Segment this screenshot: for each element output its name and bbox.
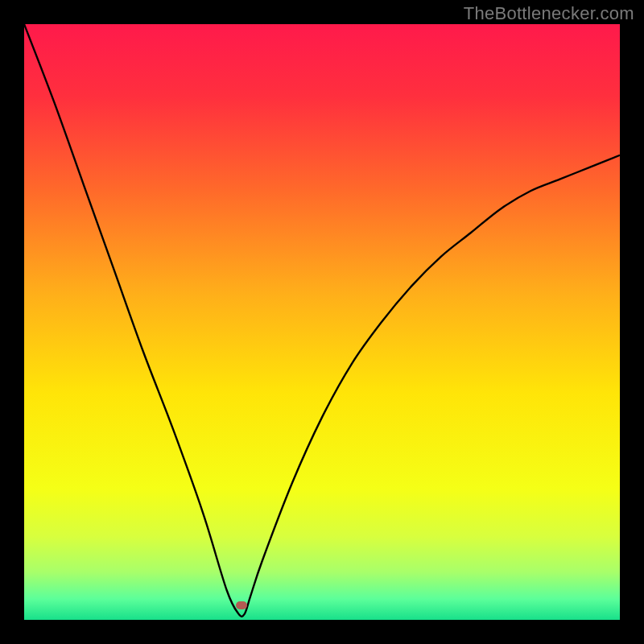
optimal-marker <box>236 601 247 609</box>
plot-area <box>24 24 620 620</box>
bottleneck-curve <box>24 24 620 620</box>
app-frame: TheBottlenecker.com <box>0 0 644 644</box>
curve-path <box>24 24 620 617</box>
watermark-label: TheBottlenecker.com <box>464 3 634 24</box>
